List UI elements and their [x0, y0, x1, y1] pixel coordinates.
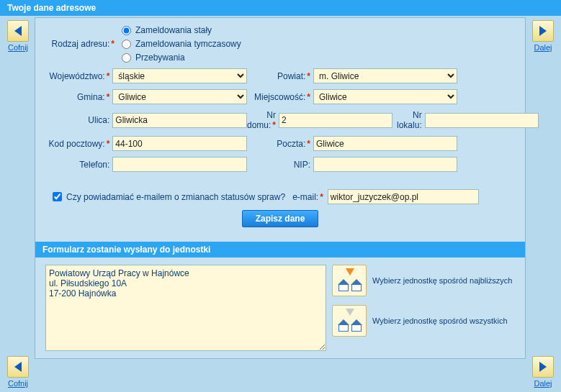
ulica-label: Ulica: — [45, 115, 112, 125]
next-button-bottom[interactable]: Dalej — [529, 356, 557, 388]
arrow-right-icon — [532, 20, 554, 42]
arrow-left-icon — [7, 356, 29, 378]
miejscowosc-label: Miejscowość:* — [247, 92, 313, 102]
wojewodztwo-label: Województwo:* — [45, 71, 112, 81]
next-label: Dalej — [529, 43, 557, 52]
nrdomu-label: Nr domu:* — [247, 110, 279, 130]
gmina-select[interactable]: Gliwice — [112, 89, 247, 104]
nrlokalu-label: Nr lokalu: — [392, 110, 425, 130]
arrow-right-icon — [532, 356, 554, 378]
powiat-select[interactable]: m. Gliwice — [313, 68, 457, 83]
next-button-top[interactable]: Dalej — [529, 20, 557, 52]
pick-nearest-unit[interactable]: Wybierz jednostkę spośród najbliższych — [332, 265, 515, 296]
poczta-label: Poczta:* — [247, 139, 313, 149]
unit-address-textarea[interactable]: Powiatowy Urząd Pracy w Hajnówce ul. Pił… — [45, 265, 326, 351]
pick-all-label: Wybierz jednostkę spośród wszystkich — [372, 316, 508, 325]
unit-section-header: Formularz zostanie wysłany do jednostki — [35, 242, 525, 257]
arrow-left-icon — [7, 20, 29, 42]
poczta-input[interactable] — [313, 136, 457, 151]
kod-label: Kod pocztowy:* — [45, 139, 112, 149]
nearest-unit-icon — [332, 265, 367, 296]
radio-zameldowania-tymczasowy[interactable]: Zameldowania tymczasowy — [122, 39, 241, 49]
nip-label: NIP: — [247, 160, 313, 170]
telefon-input[interactable] — [112, 157, 247, 172]
kod-input[interactable] — [112, 136, 247, 151]
pick-all-units[interactable]: Wybierz jednostkę spośród wszystkich — [332, 305, 515, 337]
gmina-label: Gmina:* — [45, 92, 112, 102]
back-button-bottom[interactable]: Cofnij — [4, 356, 32, 388]
powiat-label: Powiat:* — [247, 71, 313, 81]
telefon-label: Telefon: — [45, 160, 112, 170]
radio-zameldowania-staly[interactable]: Zameldowania stały — [122, 25, 241, 35]
next-label: Dalej — [529, 379, 557, 388]
nrdomu-input[interactable] — [279, 113, 392, 128]
all-units-icon — [332, 305, 367, 337]
miejscowosc-select[interactable]: Gliwice — [313, 89, 457, 104]
email-input[interactable] — [328, 189, 479, 204]
ulica-input[interactable] — [112, 113, 247, 128]
back-label: Cofnij — [4, 43, 32, 52]
back-button-top[interactable]: Cofnij — [4, 20, 32, 52]
rodzaj-adresu-label: Rodzaj adresu:* — [45, 39, 117, 49]
nrlokalu-input[interactable] — [425, 113, 539, 128]
form-panel: Rodzaj adresu:* Zameldowania stały Zamel… — [35, 17, 526, 359]
radio-przebywania[interactable]: Przebywania — [122, 53, 241, 63]
wojewodztwo-select[interactable]: śląskie — [112, 68, 247, 83]
notify-label: Czy powiadamiać e-mailem o zmianach stat… — [66, 192, 285, 202]
email-label: e-mail:* — [285, 192, 323, 202]
nip-input[interactable] — [313, 157, 457, 172]
back-label: Cofnij — [4, 379, 32, 388]
save-button[interactable]: Zapisz dane — [242, 210, 319, 227]
panel-header: Twoje dane adresowe — [0, 0, 561, 16]
pick-nearest-label: Wybierz jednostkę spośród najbliższych — [372, 276, 512, 285]
notify-checkbox[interactable] — [53, 192, 62, 201]
